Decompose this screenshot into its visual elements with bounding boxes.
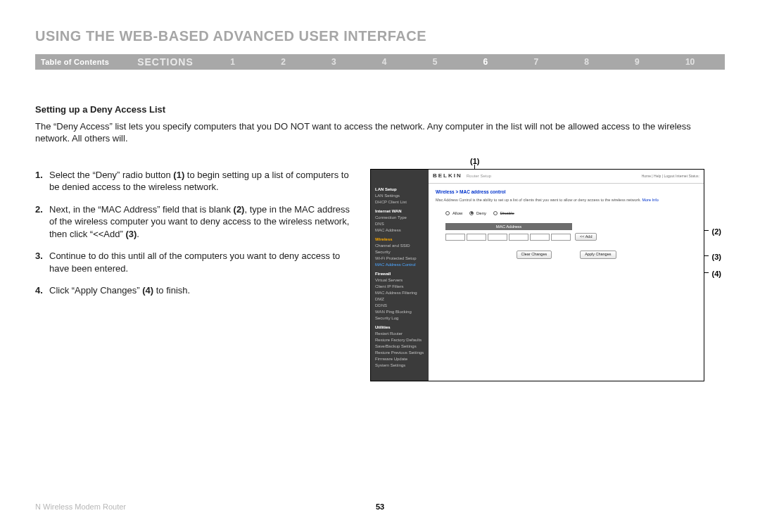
section-link-1[interactable]: 1 [230,57,235,67]
sidebar-item[interactable]: Virtual Servers [375,277,424,284]
sidebar-item[interactable]: Connection Type [375,215,424,221]
mac-cell[interactable] [509,234,528,241]
sidebar-header-wan: Internet WAN [375,208,424,215]
sidebar-item[interactable]: MAC Address Filtering [375,290,424,296]
sidebar-item[interactable]: Restore Previous Settings [375,350,424,356]
footer-product: N Wireless Modem Router [35,502,126,511]
intro-text: The “Deny Access” list lets you specify … [35,120,725,145]
sidebar-item[interactable]: WAN Ping Blocking [375,309,424,315]
section-link-9[interactable]: 9 [635,57,640,67]
sidebar-item[interactable]: DHCP Client List [375,199,424,205]
router-brand-sub: Router Setup [467,174,491,178]
sidebar-item[interactable]: Firmware Update [375,356,424,362]
apply-changes-button[interactable]: Apply Changes [580,251,616,258]
mac-cell[interactable] [530,234,550,241]
router-breadcrumb: Wireless > MAC address control [436,189,697,196]
disable-radio[interactable] [493,211,498,215]
router-brand: BELKIN [433,172,462,179]
section-link-3[interactable]: 3 [331,57,336,67]
section-link-5[interactable]: 5 [433,57,438,67]
more-info-link[interactable]: More Info [642,198,658,202]
sidebar-item[interactable]: DNS [375,221,424,227]
subsection-heading: Setting up a Deny Access List [35,103,725,116]
sidebar-item[interactable]: Restore Factory Defaults [375,337,424,343]
sidebar-item[interactable]: DMZ [375,296,424,303]
sidebar-item[interactable]: Save/Backup Settings [375,343,424,350]
steps-list: Select the “Deny” radio button (1) to be… [35,169,352,297]
add-button[interactable]: << Add [575,233,597,241]
sidebar-item[interactable]: Wi-Fi Protected Setup [375,255,424,262]
allow-radio[interactable] [445,211,450,215]
router-description: Mac Address Control is the ability to se… [436,198,697,203]
sidebar-item[interactable]: DDNS [375,303,424,309]
toc-link[interactable]: Table of Contents [35,58,115,66]
sidebar-item-active[interactable]: MAC Address Control [375,262,424,268]
step-1: Select the “Deny” radio button (1) to be… [35,169,352,194]
mac-cell[interactable] [445,234,465,241]
router-toplinks[interactable]: Home | Help | Logout Internet Status: [642,174,699,179]
sidebar-header-firewall: Firewall [375,271,424,277]
router-screenshot: (1) (2) (3) (4) LAN Setup LAN Settings D… [370,169,704,381]
section-navbar: Table of Contents SECTIONS 1 2 3 4 5 6 7… [35,54,725,70]
mac-address-fields [445,234,571,241]
allow-label: Allow [452,210,462,216]
step-2: Next, in the “MAC Address” field that is… [35,203,352,241]
disable-label: Disable [500,210,514,216]
mac-cell[interactable] [551,234,571,241]
deny-radio[interactable] [469,211,474,215]
sidebar-item[interactable]: System Settings [375,362,424,369]
mac-address-header: MAC Address [445,223,572,230]
mac-cell[interactable] [467,234,486,241]
callout-3: (3) [712,252,721,262]
sidebar-item[interactable]: Security [375,249,424,255]
sidebar-item[interactable]: MAC Address [375,227,424,234]
sidebar-item[interactable]: Channel and SSID [375,243,424,249]
sidebar-item[interactable]: Security Log [375,315,424,322]
sidebar-header-lan: LAN Setup [375,186,424,193]
step-3: Continue to do this until all of the com… [35,250,352,274]
section-link-2[interactable]: 2 [281,57,286,67]
section-link-8[interactable]: 8 [584,57,589,67]
sidebar-item[interactable]: Restart Router [375,331,424,337]
clear-changes-button[interactable]: Clear Changes [517,251,552,258]
page-title: USING THE WEB-BASED ADVANCED USER INTERF… [35,28,725,44]
section-link-6[interactable]: 6 [483,57,488,67]
router-sidebar: LAN Setup LAN Settings DHCP Client List … [371,170,429,381]
step-4: Click “Apply Changes” (4) to finish. [35,284,352,297]
sections-label: SECTIONS [115,56,201,68]
section-link-10[interactable]: 10 [685,57,695,67]
sidebar-item[interactable]: LAN Settings [375,193,424,199]
callout-4: (4) [712,269,721,279]
sidebar-item[interactable]: Client IP Filters [375,284,424,290]
sidebar-header-wireless: Wireless [375,236,424,243]
section-link-7[interactable]: 7 [533,57,538,67]
section-link-4[interactable]: 4 [382,57,387,67]
callout-2: (2) [712,227,721,237]
section-numbers: 1 2 3 4 5 6 7 8 9 10 [201,57,725,67]
footer-page-number: 53 [376,502,384,511]
mac-cell[interactable] [488,234,507,241]
deny-label: Deny [476,210,486,216]
page-footer: N Wireless Modem Router 53 [35,502,725,511]
sidebar-header-utilities: Utilities [375,324,424,331]
